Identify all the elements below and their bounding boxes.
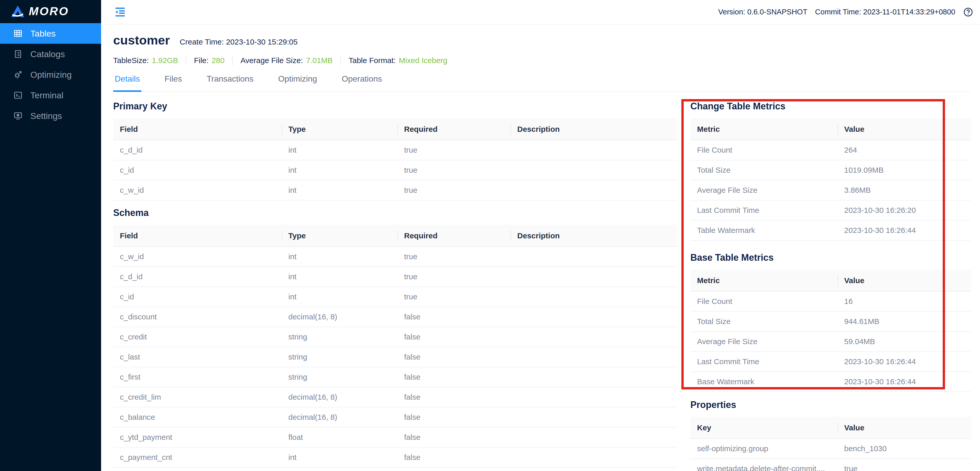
catalog-list-icon xyxy=(13,49,22,59)
sidebar-item-terminal[interactable]: Terminal xyxy=(0,85,101,105)
table-row: c_discount decimal(16, 8) false xyxy=(113,307,677,327)
optimize-gear-icon xyxy=(13,70,22,79)
section-title: Base Table Metrics xyxy=(690,252,971,263)
stat-table-format: Table Format: Mixed Iceberg xyxy=(340,56,455,65)
table-row: Table Watermark 2023-10-30 16:26:44 xyxy=(690,220,971,241)
table-row: Total Size 944.61MB xyxy=(690,312,971,332)
table-header-row: Metric Value xyxy=(690,118,971,140)
table-row: c_credit_lim decimal(16, 8) false xyxy=(113,387,677,407)
section-title: Primary Key xyxy=(113,101,677,112)
menu-fold-icon[interactable] xyxy=(114,6,126,18)
change-table-metrics-section: Change Table Metrics Metric Value File C… xyxy=(690,101,971,241)
page-title: customer xyxy=(113,33,170,47)
amoro-logo[interactable]: MORO xyxy=(10,5,69,18)
stat-file-count: File: 280 xyxy=(186,56,232,65)
settings-monitor-icon xyxy=(13,111,22,120)
table-row: File Count 264 xyxy=(690,140,971,160)
primary-key-table-body: c_d_id int true c_id int true c_w_id int… xyxy=(113,140,677,201)
topbar: Version: 0.6.0-SNAPSHOT Commit Time: 202… xyxy=(101,0,980,24)
stat-value: 7.01MB xyxy=(306,56,332,65)
table-row: Average File Size 59.04MB xyxy=(690,332,971,352)
change-metrics-table-body: File Count 264 Total Size 1019.09MB Aver… xyxy=(690,140,971,241)
table-stats-row: TableSize: 1.92GB File: 280 Average File… xyxy=(113,56,455,65)
amoro-logo-a-icon xyxy=(10,5,25,18)
section-title: Change Table Metrics xyxy=(690,101,971,112)
section-title: Schema xyxy=(113,208,677,218)
topbar-right: Version: 0.6.0-SNAPSHOT Commit Time: 202… xyxy=(718,0,973,24)
sidebar-menu: Tables Catalogs Optimizing Terminal xyxy=(0,23,101,126)
table-row: c_ytd_payment float false xyxy=(113,428,677,447)
table-row: c_last string false xyxy=(113,347,677,367)
table-row: c_d_id int true xyxy=(113,140,677,160)
stat-avg-file-size: Average File Size: 7.01MB xyxy=(232,56,340,65)
sidebar-item-label: Terminal xyxy=(30,90,63,101)
page-header: customer Create Time: 2023-10-30 15:29:0… xyxy=(113,33,298,47)
version-text: Version: 0.6.0-SNAPSHOT xyxy=(718,8,807,16)
stat-value: 280 xyxy=(212,56,224,65)
table-row: Base Watermark 2023-10-30 16:26:44 xyxy=(690,372,971,392)
properties-table-body: self-optimizing.group bench_1030 write.m… xyxy=(690,439,971,471)
tab-transactions[interactable]: Transactions xyxy=(205,74,255,91)
table-row: c_id int true xyxy=(113,160,677,180)
base-table-metrics-section: Base Table Metrics Metric Value File Cou… xyxy=(690,252,971,392)
section-title: Properties xyxy=(690,399,971,410)
schema-table-body: c_w_id int true c_d_id int true c_id int… xyxy=(113,247,677,468)
primary-key-section: Primary Key Field Type Required Descript… xyxy=(113,101,677,201)
table-row: c_w_id int true xyxy=(113,180,677,201)
table-row: c_id int true xyxy=(113,287,677,307)
commit-time-text: Commit Time: 2023-11-01T14:33:29+0800 xyxy=(815,8,955,16)
table-row: Total Size 1019.09MB xyxy=(690,160,971,180)
table-row: c_d_id int true xyxy=(113,267,677,287)
sidebar: MORO Tables Catalogs Optimiz xyxy=(0,0,101,471)
amoro-logo-text: MORO xyxy=(29,5,69,18)
table-row: c_credit string false xyxy=(113,327,677,347)
tab-optimizing[interactable]: Optimizing xyxy=(277,74,318,91)
table-header-row: Field Type Required Description xyxy=(113,225,677,247)
stat-value: 1.92GB xyxy=(152,56,178,65)
stat-table-size: TableSize: 1.92GB xyxy=(113,56,186,65)
sidebar-item-settings[interactable]: Settings xyxy=(0,105,101,126)
tab-operations[interactable]: Operations xyxy=(340,74,384,91)
table-row: Last Commit Time 2023-10-30 16:26:20 xyxy=(690,201,971,220)
sidebar-item-optimizing[interactable]: Optimizing xyxy=(0,64,101,85)
create-time: Create Time: 2023-10-30 15:29:05 xyxy=(180,38,298,46)
sidebar-item-catalogs[interactable]: Catalogs xyxy=(0,44,101,64)
stat-value: Mixed Iceberg xyxy=(399,56,447,65)
amoro-table-detail-page: { "sidebar": { "logo_text": "MORO", "ite… xyxy=(0,0,980,471)
table-row: c_w_id int true xyxy=(113,247,677,267)
table-header-row: Field Type Required Description xyxy=(113,118,677,140)
sidebar-item-label: Optimizing xyxy=(30,70,72,80)
base-metrics-table-body: File Count 16 Total Size 944.61MB Averag… xyxy=(690,292,971,392)
tab-files[interactable]: Files xyxy=(163,74,184,91)
table-row: c_first string false xyxy=(113,367,677,387)
table-row: self-optimizing.group bench_1030 xyxy=(690,439,971,459)
table-row: c_payment_cnt int false xyxy=(113,447,677,468)
table-row: Average File Size 3.86MB xyxy=(690,180,971,201)
properties-section: Properties Key Value self-optimizing.gro… xyxy=(690,399,971,471)
table-row: Last Commit Time 2023-10-30 16:26:44 xyxy=(690,352,971,372)
table-row: write.metadata.delete-after-commit.... t… xyxy=(690,459,971,471)
sidebar-item-tables[interactable]: Tables xyxy=(0,23,101,44)
sidebar-item-label: Tables xyxy=(30,29,56,38)
schema-section: Schema Field Type Required Description c… xyxy=(113,208,677,468)
tab-details[interactable]: Details xyxy=(113,74,142,91)
table-grid-icon xyxy=(13,29,22,38)
table-row: c_balance decimal(16, 8) false xyxy=(113,407,677,428)
terminal-icon xyxy=(13,91,22,100)
sidebar-item-label: Settings xyxy=(30,111,62,121)
question-circle-icon[interactable] xyxy=(963,7,973,17)
table-row: File Count 16 xyxy=(690,292,971,312)
detail-tabs: Details Files Transactions Optimizing Op… xyxy=(113,74,971,92)
table-header-row: Metric Value xyxy=(690,270,971,292)
table-header-row: Key Value xyxy=(690,417,971,439)
sidebar-item-label: Catalogs xyxy=(30,49,65,59)
